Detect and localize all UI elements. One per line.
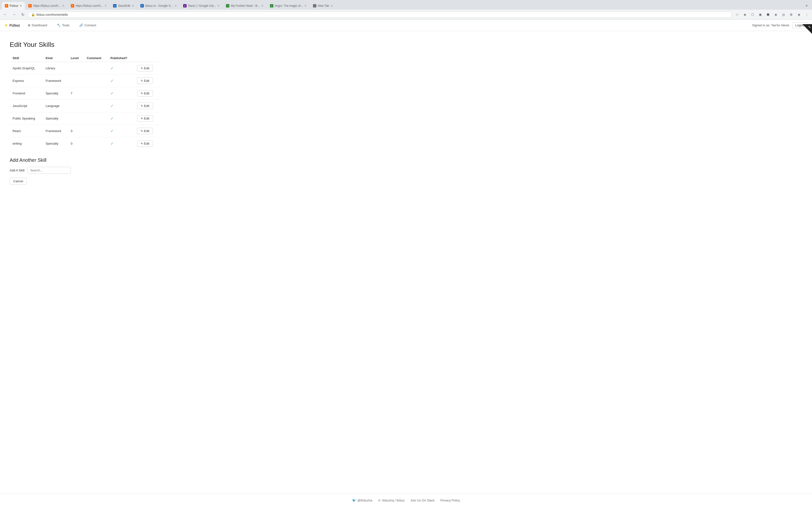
edit-skill-button[interactable]: ✎ Edit	[137, 140, 153, 147]
skill-level: 0	[68, 125, 84, 137]
tab-close-button[interactable]: ✕	[62, 4, 64, 7]
menu-icon[interactable]: ⋮	[803, 11, 810, 18]
add-skill-label: Add A Skill	[10, 169, 24, 172]
page-footer: 🐦 @fizbuzha ⊙ fizbuzhq / fizbuz Join Us …	[0, 494, 812, 507]
app-brand[interactable]: ⚡ Fizbuz	[4, 23, 20, 27]
skill-comment	[84, 74, 108, 87]
edit-label: Edit	[144, 104, 149, 108]
skill-kind: Framework	[43, 125, 68, 137]
edit-icon: ✎	[141, 79, 143, 82]
nav-dashboard[interactable]: ⊞ Dashboard	[26, 22, 49, 28]
browser-tab-google[interactable]: G fizbuz io - Google S... ✕	[138, 2, 180, 10]
skill-search-input[interactable]	[27, 167, 71, 174]
footer-slack[interactable]: Join Us On Slack	[411, 499, 435, 502]
browser-tab-fizbuz[interactable]: F Fizbuz ✕	[2, 2, 25, 10]
edit-icon: ✎	[141, 104, 143, 108]
tab-close-button[interactable]: ✕	[331, 4, 333, 7]
ext-icon-5[interactable]: ◎	[780, 11, 787, 18]
skill-comment	[84, 62, 108, 74]
tab-favicon: ♪	[226, 4, 230, 7]
reload-button[interactable]: ↻	[19, 11, 26, 18]
skill-level	[68, 112, 84, 125]
ext-icon-4[interactable]: ◈	[772, 11, 779, 18]
new-tab-button[interactable]: +	[803, 2, 810, 9]
edit-icon: ✎	[141, 67, 143, 70]
forward-button[interactable]: →	[11, 11, 17, 18]
cancel-button[interactable]: Cancel	[10, 178, 27, 185]
slack-link[interactable]: Join Us On Slack	[411, 499, 435, 502]
github-link[interactable]: fizbuzhq / fizbuz	[382, 499, 405, 502]
nav-tools[interactable]: 🔧 Tools	[55, 22, 71, 28]
edit-skill-button[interactable]: ✎ Edit	[137, 77, 153, 84]
ext-icon-6[interactable]: ⊕	[788, 11, 795, 18]
browser-tab-newtab[interactable]: New Tab ✕	[310, 2, 336, 10]
browser-tab-imgur[interactable]: i Imgur: The magic of... ✕	[267, 2, 310, 10]
app-nav-left: ⚡ Fizbuz ⊞ Dashboard 🔧 Tools 🔗 Connect	[4, 22, 98, 28]
skill-actions: ✎ Edit	[134, 87, 159, 100]
skill-comment	[84, 100, 108, 112]
github-icon: ⊙	[378, 499, 380, 502]
edit-skill-button[interactable]: ✎ Edit	[137, 90, 153, 97]
table-row: Apollo GraphQL Library ✓ ✎ Edit	[10, 62, 159, 74]
skill-name: Public Speaking	[10, 112, 43, 125]
nav-connect-label: Connect	[85, 23, 96, 27]
privacy-link[interactable]: Privacy Policy	[440, 499, 460, 502]
table-row: JavaScript Language ✓ ✎ Edit	[10, 100, 159, 112]
browser-tab-fizbuz3[interactable]: F https://fizbuz.com/h... ✕	[68, 2, 110, 10]
tab-label: https://fizbuz.com/h...	[33, 4, 60, 7]
edit-label: Edit	[144, 129, 149, 133]
browser-tab-stackedit[interactable]: S StackEdit ✕	[110, 2, 137, 10]
main-content: Edit Your Skills Skill Kind Level Commen…	[0, 31, 169, 494]
vivaldi-icon[interactable]: ◈	[742, 11, 748, 18]
address-bar-row: ← → ↻ 🔒 fizbuz.com/home/skills ☆ ◈ ⬡ ◉ ⬢…	[0, 10, 812, 19]
ext-icon-7[interactable]: ◈	[796, 11, 802, 18]
twitter-link[interactable]: @fizbuzha	[357, 499, 372, 502]
edit-label: Edit	[144, 79, 149, 82]
tab-close-button[interactable]: ✕	[304, 4, 307, 7]
bookmark-star-icon[interactable]: ☆	[734, 11, 741, 18]
url-text: fizbuz.com/home/skills	[37, 13, 68, 16]
tab-close-button[interactable]: ✕	[217, 4, 220, 7]
app-nav-right: Signed in as: Tae'lur Alexis Logout	[752, 22, 808, 28]
browser-tab-slack[interactable]: S Slack | ! Google Cal... ✕	[180, 2, 223, 10]
tab-bar: F Fizbuz ✕ F https://fizbuz.com/h... ✕ F…	[0, 0, 812, 10]
tab-close-button[interactable]: ✕	[104, 4, 107, 7]
browser-tab-fizbuz2[interactable]: F https://fizbuz.com/h... ✕	[26, 2, 67, 10]
skill-level	[68, 100, 84, 112]
address-bar[interactable]: 🔒 fizbuz.com/home/skills	[28, 12, 732, 18]
ext-icon-1[interactable]: ⬡	[749, 11, 756, 18]
edit-icon: ✎	[141, 117, 143, 120]
skills-table: Skill Kind Level Comment Published? Apol…	[10, 54, 159, 150]
skill-comment	[84, 112, 108, 125]
col-kind: Kind	[43, 54, 68, 62]
edit-skill-button[interactable]: ✎ Edit	[137, 65, 153, 71]
tab-close-button[interactable]: ✕	[174, 4, 177, 7]
footer-privacy[interactable]: Privacy Policy	[440, 499, 460, 502]
edit-skill-button[interactable]: ✎ Edit	[137, 128, 153, 134]
skill-actions: ✎ Edit	[134, 112, 159, 125]
nav-connect[interactable]: 🔗 Connect	[77, 22, 98, 28]
edit-label: Edit	[144, 66, 149, 70]
footer-github[interactable]: ⊙ fizbuzhq / fizbuz	[378, 499, 405, 502]
edit-skill-button[interactable]: ✎ Edit	[137, 115, 153, 122]
signed-in-text: Signed in as: Tae'lur Alexis	[752, 23, 789, 27]
page-title: Edit Your Skills	[10, 41, 159, 49]
tab-close-button[interactable]: ✕	[132, 4, 134, 7]
footer-twitter[interactable]: 🐦 @fizbuzha	[352, 499, 372, 502]
tab-favicon: S	[183, 4, 187, 7]
ext-icon-2[interactable]: ◉	[757, 11, 764, 18]
ext-icon-3[interactable]: ⬢	[765, 11, 771, 18]
skill-kind: Specialty	[43, 112, 68, 125]
edit-skill-button[interactable]: ✎ Edit	[137, 103, 153, 109]
dashboard-icon: ⊞	[28, 23, 31, 27]
add-skill-title: Add Another Skill	[10, 157, 159, 163]
tab-close-button[interactable]: ✕	[19, 4, 22, 7]
skill-comment	[84, 87, 108, 100]
tab-favicon: F	[28, 4, 32, 7]
back-button[interactable]: ←	[2, 11, 9, 18]
skill-level	[68, 62, 84, 74]
toolbar-icons: ☆ ◈ ⬡ ◉ ⬢ ◈ ◎ ⊕ ◈ ⋮	[734, 11, 810, 18]
browser-tab-music[interactable]: ♪ My Foolish Heart - B... ✕	[223, 2, 266, 10]
tab-close-button[interactable]: ✕	[261, 4, 264, 7]
app-nav: ⚡ Fizbuz ⊞ Dashboard 🔧 Tools 🔗 Connect S…	[0, 19, 812, 31]
